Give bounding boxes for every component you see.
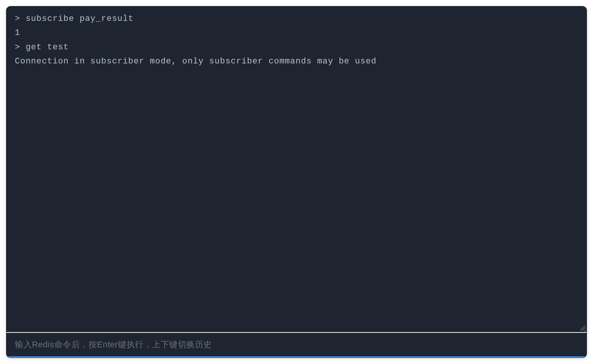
terminal-line-prompt: > subscribe pay_result bbox=[15, 12, 578, 26]
command-input[interactable] bbox=[6, 333, 587, 358]
terminal-output[interactable]: > subscribe pay_result 1 > get test Conn… bbox=[6, 6, 587, 332]
terminal-line-output: 1 bbox=[15, 26, 578, 40]
terminal-line-output: Connection in subscriber mode, only subs… bbox=[15, 54, 578, 68]
terminal-line-prompt: > get test bbox=[15, 40, 578, 54]
terminal-container: > subscribe pay_result 1 > get test Conn… bbox=[6, 6, 587, 358]
input-section bbox=[6, 332, 587, 358]
